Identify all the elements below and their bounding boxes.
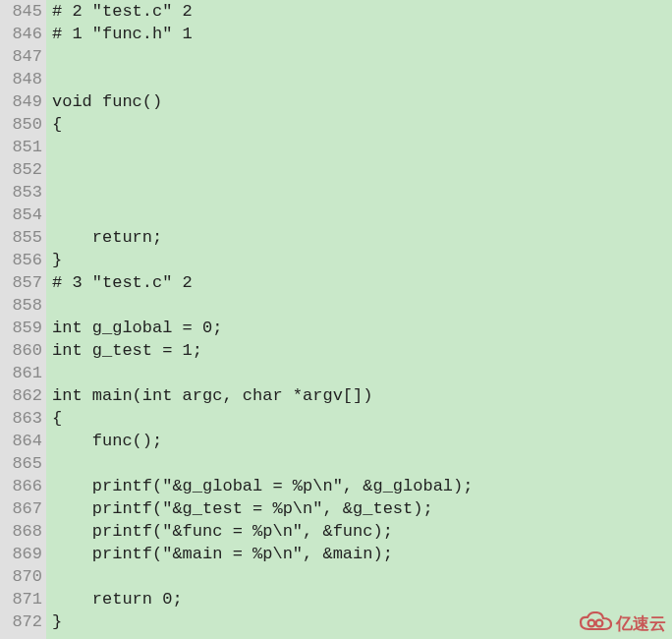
line-number: 859: [2, 317, 42, 339]
line-number-gutter: 8458468478488498508518528538548558568578…: [0, 0, 46, 639]
code-line: [52, 181, 672, 203]
code-line: return;: [52, 226, 672, 249]
line-number: 847: [2, 45, 42, 68]
code-line: # 2 "test.c" 2: [52, 0, 672, 23]
code-content: # 2 "test.c" 2# 1 "func.h" 1 void func()…: [46, 0, 672, 639]
code-line: int g_global = 0;: [52, 317, 672, 339]
line-number: 845: [2, 0, 42, 23]
code-line: [52, 68, 672, 90]
code-line: [52, 136, 672, 158]
line-number: 857: [2, 271, 42, 294]
line-number: 867: [2, 497, 42, 520]
line-number: 849: [2, 90, 42, 113]
code-line: {: [52, 113, 672, 136]
line-number: 846: [2, 23, 42, 45]
code-line: [52, 362, 672, 384]
line-number: 869: [2, 543, 42, 565]
code-line: [52, 565, 672, 588]
code-line: return 0;: [52, 588, 672, 610]
code-line: printf("&func = %p\n", &func);: [52, 520, 672, 543]
code-line: void func(): [52, 90, 672, 113]
line-number: 858: [2, 294, 42, 317]
line-number: 855: [2, 226, 42, 249]
line-number: 865: [2, 452, 42, 475]
code-line: func();: [52, 430, 672, 452]
line-number: 848: [2, 68, 42, 90]
line-number: 871: [2, 588, 42, 610]
line-number: 863: [2, 407, 42, 430]
code-line: [52, 452, 672, 475]
code-line: printf("&g_global = %p\n", &g_global);: [52, 475, 672, 497]
line-number: 856: [2, 249, 42, 271]
line-number: 861: [2, 362, 42, 384]
code-line: # 1 "func.h" 1: [52, 23, 672, 45]
code-line: [52, 45, 672, 68]
code-line: printf("&main = %p\n", &main);: [52, 543, 672, 565]
line-number: 854: [2, 203, 42, 226]
code-line: }: [52, 610, 672, 633]
line-number: 860: [2, 339, 42, 362]
line-number: 853: [2, 181, 42, 203]
code-line: [52, 203, 672, 226]
code-line: {: [52, 407, 672, 430]
line-number: 866: [2, 475, 42, 497]
code-line: [52, 158, 672, 181]
code-line: printf("&g_test = %p\n", &g_test);: [52, 497, 672, 520]
line-number: 850: [2, 113, 42, 136]
line-number: 864: [2, 430, 42, 452]
code-line: }: [52, 249, 672, 271]
line-number: 868: [2, 520, 42, 543]
code-line: # 3 "test.c" 2: [52, 271, 672, 294]
line-number: 852: [2, 158, 42, 181]
line-number: 870: [2, 565, 42, 588]
code-line: int main(int argc, char *argv[]): [52, 384, 672, 407]
code-block: 8458468478488498508518528538548558568578…: [0, 0, 672, 639]
line-number: 872: [2, 610, 42, 633]
code-line: int g_test = 1;: [52, 339, 672, 362]
line-number: 851: [2, 136, 42, 158]
code-line: [52, 294, 672, 317]
line-number: 862: [2, 384, 42, 407]
